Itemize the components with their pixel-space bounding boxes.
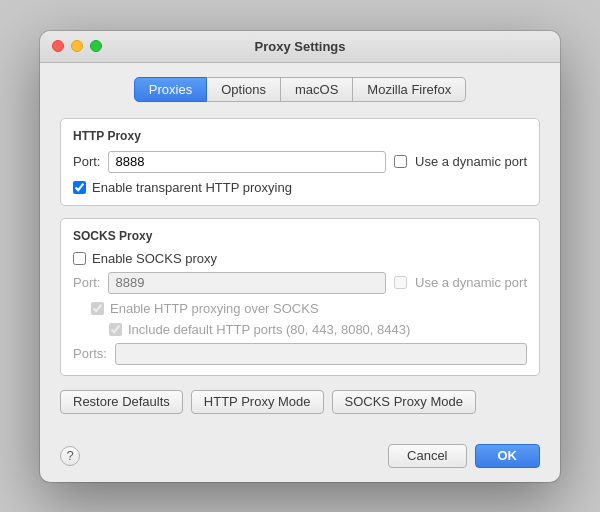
socks-dynamic-port-label: Use a dynamic port bbox=[415, 275, 527, 290]
http-proxy-section: HTTP Proxy Port: Use a dynamic port Enab… bbox=[60, 118, 540, 206]
http-dynamic-port-checkbox[interactable] bbox=[394, 155, 407, 168]
socks-dynamic-port-checkbox[interactable] bbox=[394, 276, 407, 289]
http-port-label: Port: bbox=[73, 154, 100, 169]
socks-port-input[interactable] bbox=[108, 272, 386, 294]
enable-http-over-socks-label: Enable HTTP proxying over SOCKS bbox=[110, 301, 319, 316]
window-title: Proxy Settings bbox=[254, 39, 345, 54]
enable-transparent-label: Enable transparent HTTP proxying bbox=[92, 180, 292, 195]
enable-transparent-row: Enable transparent HTTP proxying bbox=[73, 180, 527, 195]
enable-http-over-socks-row: Enable HTTP proxying over SOCKS bbox=[91, 301, 527, 316]
close-button[interactable] bbox=[52, 40, 64, 52]
traffic-lights bbox=[52, 40, 102, 52]
enable-socks-label: Enable SOCKS proxy bbox=[92, 251, 217, 266]
http-port-input[interactable] bbox=[108, 151, 386, 173]
enable-transparent-checkbox[interactable] bbox=[73, 181, 86, 194]
include-default-ports-checkbox[interactable] bbox=[109, 323, 122, 336]
action-buttons: Restore Defaults HTTP Proxy Mode SOCKS P… bbox=[60, 390, 540, 414]
enable-socks-checkbox[interactable] bbox=[73, 252, 86, 265]
tab-firefox[interactable]: Mozilla Firefox bbox=[353, 77, 466, 102]
socks-port-row: Port: Use a dynamic port bbox=[73, 272, 527, 294]
http-proxy-title: HTTP Proxy bbox=[73, 129, 527, 143]
include-default-ports-label: Include default HTTP ports (80, 443, 808… bbox=[128, 322, 410, 337]
http-proxy-mode-button[interactable]: HTTP Proxy Mode bbox=[191, 390, 324, 414]
socks-proxy-title: SOCKS Proxy bbox=[73, 229, 527, 243]
tab-options[interactable]: Options bbox=[207, 77, 281, 102]
dialog-buttons: Cancel OK bbox=[388, 444, 540, 468]
tab-macos[interactable]: macOS bbox=[281, 77, 353, 102]
bottom-bar: ? Cancel OK bbox=[40, 434, 560, 482]
include-default-ports-row: Include default HTTP ports (80, 443, 808… bbox=[109, 322, 527, 337]
http-port-row: Port: Use a dynamic port bbox=[73, 151, 527, 173]
socks-proxy-mode-button[interactable]: SOCKS Proxy Mode bbox=[332, 390, 477, 414]
title-bar: Proxy Settings bbox=[40, 31, 560, 63]
maximize-button[interactable] bbox=[90, 40, 102, 52]
minimize-button[interactable] bbox=[71, 40, 83, 52]
restore-defaults-button[interactable]: Restore Defaults bbox=[60, 390, 183, 414]
tab-bar: Proxies Options macOS Mozilla Firefox bbox=[60, 77, 540, 102]
help-button[interactable]: ? bbox=[60, 446, 80, 466]
proxy-settings-window: Proxy Settings Proxies Options macOS Moz… bbox=[40, 31, 560, 482]
socks-ports-label: Ports: bbox=[73, 346, 107, 361]
socks-ports-input[interactable] bbox=[115, 343, 527, 365]
main-content: Proxies Options macOS Mozilla Firefox HT… bbox=[40, 63, 560, 434]
cancel-button[interactable]: Cancel bbox=[388, 444, 466, 468]
socks-proxy-section: SOCKS Proxy Enable SOCKS proxy Port: Use… bbox=[60, 218, 540, 376]
http-dynamic-port-label: Use a dynamic port bbox=[415, 154, 527, 169]
tab-proxies[interactable]: Proxies bbox=[134, 77, 207, 102]
socks-port-label: Port: bbox=[73, 275, 100, 290]
ok-button[interactable]: OK bbox=[475, 444, 541, 468]
enable-socks-row: Enable SOCKS proxy bbox=[73, 251, 527, 266]
enable-http-over-socks-checkbox[interactable] bbox=[91, 302, 104, 315]
socks-ports-row: Ports: bbox=[73, 343, 527, 365]
